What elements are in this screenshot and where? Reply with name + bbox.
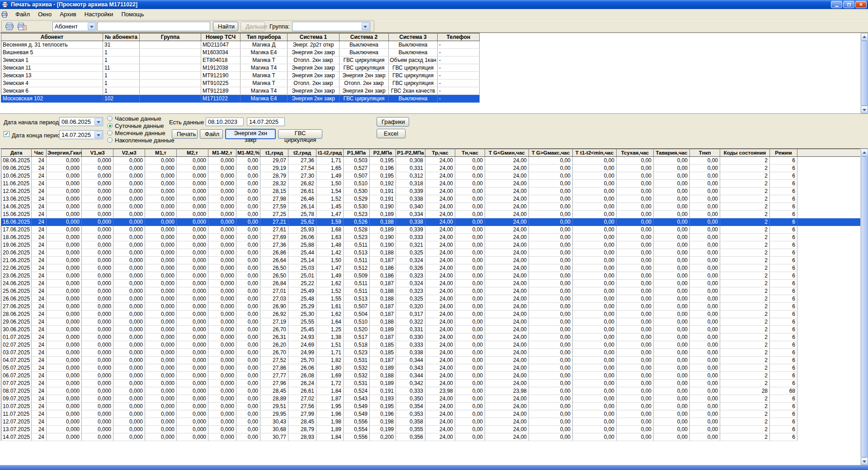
column-header[interactable]: Режим [770,149,797,157]
column-header[interactable]: Тр,час [425,149,455,157]
column-header[interactable]: M1,т [145,149,177,157]
column-header[interactable]: V1,м3 [82,149,113,157]
table-row[interactable]: 22.06.2025240,0000,0000,0000,0000,0000,0… [1,264,861,272]
radio-monthly-data[interactable]: Месячные данные [107,130,165,136]
radio-accumulated-data[interactable]: Накопленные данные [107,137,175,143]
table-row[interactable]: 14.06.2025240,0000,0000,0000,0000,0000,0… [1,203,861,211]
scroll-down-icon[interactable] [861,457,868,465]
print-button-icon[interactable] [4,21,15,31]
column-header[interactable]: P1-P2,МПа [396,149,425,157]
table-row[interactable]: 11.06.2025240,0000,0000,0000,0000,0000,0… [1,180,861,188]
column-header[interactable]: T t1-t2<min,час [573,149,617,157]
archive-scrollbar[interactable] [860,149,868,465]
table-row[interactable]: 08.07.2025240,0000,0000,0000,0000,0000,0… [1,387,861,395]
end-date-checkbox[interactable] [4,131,9,137]
column-header[interactable]: M2,т [177,149,208,157]
table-row[interactable]: 12.07.2025240,0000,0000,0000,0000,0000,0… [1,418,861,426]
column-header[interactable]: t2,град [288,149,316,157]
app-icon[interactable] [2,1,9,8]
column-header[interactable]: Тнкп [690,149,720,157]
menu-archive[interactable]: Архив [56,9,80,19]
table-row[interactable]: 17.06.2025240,0000,0000,0000,0000,0000,0… [1,226,861,234]
column-header[interactable]: Телефон [438,33,480,41]
table-row[interactable]: 08.06.2025240,0000,0000,0000,0000,0000,0… [1,157,861,164]
table-row[interactable]: 09.07.2025240,0000,0000,0000,0000,0000,0… [1,395,861,403]
table-row[interactable]: 20.06.2025240,0000,0000,0000,0000,0000,0… [1,249,861,257]
group-combo[interactable] [292,22,370,31]
table-row[interactable]: Земская 11ET804018Магика ТОтопл. 2кн зак… [1,56,480,64]
column-header[interactable]: Коды состояния [720,149,770,157]
table-row[interactable]: Московская 102102M1711022Магика Е4Энерги… [1,95,480,103]
table-row[interactable]: 12.06.2025240,0000,0000,0000,0000,0000,0… [1,188,861,195]
table-row[interactable]: Земская 1111M1912038Магика Т4Энергия 2кн… [1,64,480,72]
table-row[interactable]: 01.07.2025240,0000,0000,0000,0000,0000,0… [1,334,861,341]
search-field-combo[interactable]: Абонент [52,22,96,31]
scrollbar-track[interactable] [861,41,868,106]
table-row[interactable]: 23.06.2025240,0000,0000,0000,0000,0000,0… [1,272,861,280]
radio-hourly-data[interactable]: Часовые данные [107,115,161,122]
table-row[interactable]: 05.07.2025240,0000,0000,0000,0000,0000,0… [1,364,861,372]
column-header[interactable]: Группа [140,33,201,41]
close-button[interactable]: × [855,1,867,8]
table-row[interactable]: 24.06.2025240,0000,0000,0000,0000,0000,0… [1,280,861,287]
column-header[interactable]: Тип прибора [241,33,288,41]
table-row[interactable]: 30.06.2025240,0000,0000,0000,0000,0000,0… [1,326,861,334]
table-row[interactable]: 19.06.2025240,0000,0000,0000,0000,0000,0… [1,241,861,249]
column-header[interactable]: P1,МПа [344,149,370,157]
column-header[interactable]: M1-M2,% [236,149,260,157]
start-date-combo[interactable]: 08.06.2025 [59,117,103,126]
system-tab-gvs[interactable]: ГВС циркуляция [278,129,322,139]
table-row[interactable]: Земская 61MT912189Магика Т4Энергия 2кн з… [1,87,480,95]
system-tab-energy[interactable]: Энергия 2кн закр [225,129,276,139]
minimize-button[interactable] [831,1,842,8]
table-row[interactable]: 21.06.2025240,0000,0000,0000,0000,0000,0… [1,257,861,264]
table-row[interactable]: 07.07.2025240,0000,0000,0000,0000,0000,0… [1,380,861,387]
scroll-down-icon[interactable] [861,106,868,113]
print-button[interactable]: Печать [172,129,198,139]
table-row[interactable]: 04.07.2025240,0000,0000,0000,0000,0000,0… [1,357,861,364]
scrollbar-track[interactable] [861,156,868,457]
restore-button[interactable] [843,1,854,8]
menu-settings[interactable]: Настройки [80,9,118,19]
charts-button[interactable]: Графики [377,117,409,127]
find-button[interactable]: Найти [213,22,238,31]
table-row[interactable]: 10.06.2025240,0000,0000,0000,0000,0000,0… [1,172,861,180]
column-header[interactable]: P2,МПа [370,149,396,157]
column-header[interactable]: Тсухая,час [617,149,654,157]
table-row[interactable]: 25.06.2025240,0000,0000,0000,0000,0000,0… [1,287,861,295]
column-header[interactable]: V2,м3 [113,149,145,157]
chevron-down-icon[interactable] [94,118,102,125]
column-header[interactable]: Система 1 [288,33,340,41]
table-row[interactable]: Земская 131MT912190Магика ТЭнергия 2кн з… [1,72,480,80]
column-header[interactable]: Энергия,Гкал [47,149,82,157]
chevron-down-icon[interactable] [88,23,95,30]
column-header[interactable]: t1,град [260,149,288,157]
column-header[interactable]: Дата [1,149,32,157]
table-row[interactable]: 18.06.2025240,0000,0000,0000,0000,0000,0… [1,234,861,241]
chevron-down-icon[interactable] [94,131,102,138]
column-header[interactable]: Абонент [1,33,103,41]
excel-button[interactable]: Excel [377,129,406,138]
table-row[interactable]: 06.07.2025240,0000,0000,0000,0000,0000,0… [1,372,861,380]
column-header[interactable]: T G<Gмин,час [485,149,529,157]
column-header[interactable]: M1-M2,т [208,149,236,157]
table-row[interactable]: 13.06.2025240,0000,0000,0000,0000,0000,0… [1,195,861,203]
end-date-combo[interactable]: 14.07.2025 [59,130,103,139]
table-row[interactable]: 02.07.2025240,0000,0000,0000,0000,0000,0… [1,341,861,349]
table-row[interactable]: 14.07.2025240,0000,0000,0000,0000,0000,0… [1,433,861,441]
mdi-child-icon[interactable] [1,11,9,18]
radio-daily-data[interactable]: Суточные данные [107,122,164,129]
column-header[interactable]: Час [32,149,47,157]
column-header[interactable]: t1-t2,град [316,149,344,157]
table-row[interactable]: 15.06.2025240,0000,0000,0000,0000,0000,0… [1,211,861,218]
menu-window[interactable]: Окно [34,9,56,19]
table-row[interactable]: 11.07.2025240,0000,0000,0000,0000,0000,0… [1,410,861,418]
column-header[interactable]: Тавария,час [654,149,690,157]
table-row[interactable]: 03.07.2025240,0000,0000,0000,0000,0000,0… [1,349,861,357]
scroll-up-icon[interactable] [861,33,868,41]
scroll-up-icon[interactable] [861,149,868,156]
table-row[interactable]: 13.07.2025240,0000,0000,0000,0000,0000,0… [1,426,861,433]
print-setup-button-icon[interactable] [16,21,28,31]
table-row[interactable]: Вишневая 51M1603034Магика Е4Энергия 2кн … [1,49,480,56]
table-row[interactable]: Весенняя д. 31 теплосеть31MD211047Магика… [1,41,480,49]
